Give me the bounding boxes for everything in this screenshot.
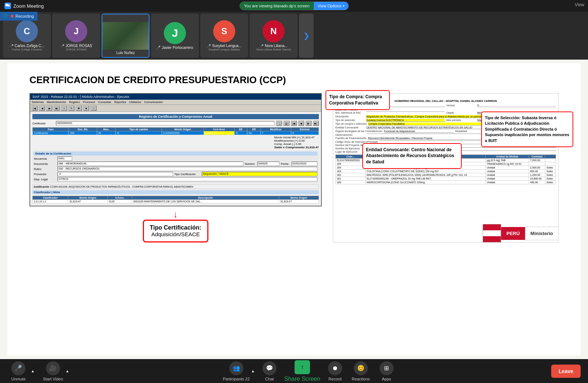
svg-marker-1 [8,4,10,7]
slide-title: CERTIFICACION DE CREDITO PRESUPUESTARIO … [29,74,559,86]
search-btn[interactable]: 🔍 [276,121,282,126]
cell: MACROGOL 3350 (POLIETILENGLICOL 3350) LA… [365,173,486,177]
nav-first[interactable]: |◀ [291,121,297,126]
toolbar-left: 🎤 Unmute ▲ 🎥 Start Video ▲ [7,361,69,381]
col-num: Cubr... [335,155,365,159]
nav-last[interactable]: ▶| [313,121,319,126]
cert-table: Fase Doc. Rb. Mon. Tipo de cambio Monto … [32,127,319,135]
cell: HIDROCORTISONA (CONO GLUCONATO 100mg [365,181,486,184]
share-screen-label: Share Screen [284,376,320,382]
participant-fullname: Susybel Lengua Saldias [208,48,240,51]
cert-callout-title: Tipo Certificación: [150,224,201,231]
menu-sistemas[interactable]: Sistemas [32,100,44,104]
col-sfunc: S.Func. [108,196,132,200]
leave-button[interactable]: Leave [551,365,581,378]
participant-tile-luis[interactable]: Luis Nuñez [102,14,149,58]
siaf-section: SIAF 2023 - Release 22.02.01 - [ Módulo … [29,93,322,242]
menu-mantenimiento[interactable]: Mantenimiento [47,100,66,104]
toolbar-btn[interactable]: □ [91,106,96,111]
start-video-button[interactable]: 🎥 Start Video [42,361,64,381]
participant-tile-susybel[interactable]: S 🎤 Susybel Lengua... Susybel Lengua Sal… [200,14,248,58]
bottom-toolbar: 🎤 Unmute ▲ 🎥 Start Video ▲ 👥 Participant… [0,359,588,383]
cell-mon: 00 [97,131,115,135]
clasificador-title: Clasificador | Meta [32,190,319,194]
cell-tipo: S/ [116,131,162,135]
start-video-label: Start Video [43,377,63,381]
toolbar-btn[interactable]: ✎ [68,106,74,111]
rubro-label: Rubro [34,167,56,171]
col-monto-origen: Monto Origen [68,196,108,200]
tipo-cert-label: Tipo Certificación [175,173,200,176]
table-row[interactable]: 161 511719090006139I - OMEPRAZOL 20 mg T… [335,177,556,181]
table-row[interactable]: Certificación 086 00 S/ 0.0000000000 31,… [33,131,319,135]
reactions-button[interactable]: 😊 Reactions [350,361,372,381]
fecha-label: Fecha [281,162,290,166]
print-btn[interactable]: 🖨 [284,121,289,126]
participants-icon: 👥 [229,361,243,375]
video-chevron[interactable]: ▲ [66,369,69,373]
participant-tile-javier[interactable]: J 🎤 Javier Portocarrero [151,14,199,58]
table-row[interactable]: 2.3.1.8.1.2 31,819.47 0120 0001026 MANTE… [33,200,319,203]
chat-button[interactable]: 💬 Chat [258,361,281,381]
participants-chevron[interactable]: ▲ [251,369,255,373]
participants-label: Participants [223,377,244,381]
record-button[interactable]: ⏺ Record [324,361,346,381]
menu-comunicacion[interactable]: Comunicación [144,100,163,104]
toolbar-btn[interactable]: ■ [83,106,89,111]
participant-name: 🎤 Nora Liliana... [260,44,288,48]
zoom-icon [4,3,11,9]
seq-label: Secuencia [34,157,56,160]
nav-prev[interactable]: ◀ [298,121,304,126]
menu-utilitarios[interactable]: Utilitarios [129,100,141,104]
participants-button[interactable]: 👥 Participants 22 [223,361,250,381]
participants-count: 22 [245,377,250,381]
menu-reportes[interactable]: Reportes [114,100,126,104]
doc-row: Documento 086 - MEMORANDUM Numero 000025… [34,162,317,166]
participant-name: 🎤 Carlos Zuñiga C... [10,44,45,48]
view-options-button[interactable]: View Options ▾ [314,2,349,10]
toolbar-btn[interactable]: |◀ [32,106,38,111]
toolbar-btn[interactable]: ▶| [54,106,60,111]
cell: 164 [335,166,365,170]
participant-tile-jorge[interactable]: J 🎤 JORGE ROSAS JORGE ROSAS [52,14,100,58]
unmute-chevron[interactable]: ▲ [31,369,35,373]
cell-cert: 31,819.47 [204,131,234,135]
menu-consultas[interactable]: Consultas [98,100,112,104]
recording-label: Recording [15,14,34,18]
table-row[interactable]: 163 COLISTINA (CONO COLISTIMETATO DE SOD… [335,170,556,173]
cert-row: Certificado 0000000031 🔍 🖨 |◀ ◀ ▶ ▶| [32,121,319,126]
participant-label: Luis Nuñez [116,51,135,55]
toolbar-center: 👥 Participants 22 ▲ 💬 Chat ↑ Share Scree… [223,360,398,382]
more-participants-button[interactable]: ❯ [299,14,314,58]
chevron-down-icon: ▾ [343,4,345,8]
unmute-button[interactable]: 🎤 Unmute [7,361,29,381]
menu-procesos[interactable]: Procesos [83,100,95,104]
nav-next[interactable]: ▶ [306,121,311,126]
share-screen-button[interactable]: ↑ Share Screen [284,360,320,382]
siaf-toolbar: |◀ ◀ ▶ ▶| + ✎ ✖ ■ □ [30,105,321,112]
toolbar-btn[interactable]: ◀ [39,106,45,111]
arrow-area: ↓ Tipo Certificación: Adquisición/SEACE [29,209,322,242]
cell: Soles [545,181,556,184]
cell: 1,200.00 [529,173,545,177]
modalidad-label: Modalidad [455,130,485,132]
toolbar-btn[interactable]: ✖ [76,106,82,111]
monto-inicial: Monto Inicial MN (+) 31,819.47 [274,136,319,139]
table-row[interactable]: 162 MACROGOL 3350 (POLIETILENGLICOL 3350… [335,173,556,177]
menu-registro[interactable]: Registro [69,100,80,104]
apps-button[interactable]: ⊞ Apps [376,361,398,381]
participant-tile-nora[interactable]: N 🎤 Nora Liliana... Nora Liliana Rafael … [250,14,297,58]
toolbar-btn[interactable]: ▶ [46,106,52,111]
table-row[interactable]: 160 HIDROCORTISONA (CONO GLUCONATO 100mg… [335,181,556,184]
cert-input[interactable]: 0000000031 [56,121,275,125]
video-feed [102,22,149,50]
toolbar-btn[interactable]: + [61,106,67,111]
cell-doc: 086 [69,131,97,135]
organo-val: Funcional de Adquisiciones [384,130,454,133]
fuentes-label: Fuentes de Financiamiento [335,137,366,139]
view-button[interactable]: View [575,2,584,7]
unmute-label: Unmute [11,377,26,381]
avatar: N [263,20,285,42]
cell: 161 [335,177,365,181]
arrow-down-icon: ↓ [29,209,322,220]
